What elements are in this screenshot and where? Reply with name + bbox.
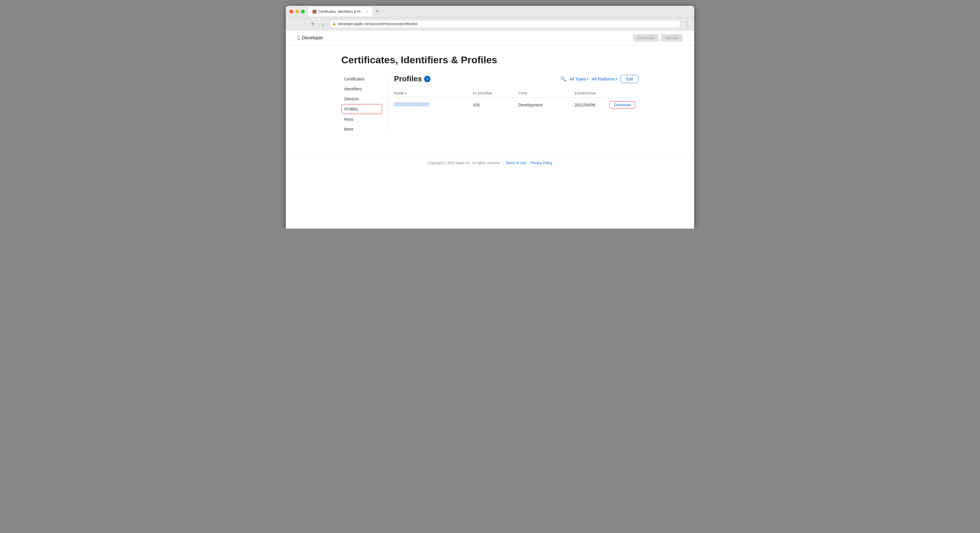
header-button-1[interactable] (633, 34, 659, 42)
table-header: NAME ▾ PLATFORM TYPE EXPIRATION (394, 89, 639, 98)
footer-links: Copyright © 2020 Apple Inc. All rights r… (298, 161, 682, 165)
col-header-platform: PLATFORM (473, 89, 518, 98)
filter-types-label: All Types (570, 77, 586, 81)
header-actions (633, 34, 682, 42)
browser-window: 🍎 Certificates, Identifiers & Profile… ×… (286, 6, 694, 229)
sidebar-item-profiles[interactable]: Profiles (341, 104, 382, 114)
filter-platforms-chevron: ▾ (616, 77, 617, 81)
filter-types-dropdown[interactable]: All Types ▾ (570, 77, 589, 81)
address-bar[interactable]: 🔒 developer.apple.com/account/resources/… (329, 20, 681, 28)
main-panel: Profiles + 🔍 All Types ▾ All Platforms (388, 74, 639, 134)
add-profile-button[interactable]: + (424, 76, 431, 82)
forward-button[interactable]: → (299, 20, 307, 28)
browser-toolbar: ← → ↻ ⌂ 🔒 developer.apple.com/account/re… (286, 18, 694, 30)
maximize-window-button[interactable] (301, 10, 305, 13)
content-layout: Certificates Identifiers Devices Profile… (341, 74, 639, 134)
profile-action-cell: Download (609, 98, 639, 112)
apple-logo-icon:  (298, 34, 299, 41)
page-content:  Developer Certificates, Identifiers & … (286, 30, 694, 229)
table-row: iOS Development 2021/04/08 Download (394, 98, 639, 112)
sort-arrow-icon[interactable]: ▾ (405, 92, 407, 95)
sidebar-item-identifiers[interactable]: Identifiers (341, 84, 382, 94)
copyright-text: Copyright © 2020 Apple Inc. All rights r… (428, 161, 501, 165)
developer-brand-text: Developer (302, 35, 323, 41)
privacy-policy-link[interactable]: Privacy Policy (531, 161, 552, 165)
col-header-expiration: EXPIRATION (574, 89, 609, 98)
profile-name-placeholder (394, 102, 429, 107)
sidebar-item-keys[interactable]: Keys (341, 115, 382, 124)
col-header-type: TYPE (518, 89, 575, 98)
col-header-name: NAME ▾ (394, 89, 473, 98)
browser-menu-button[interactable]: ⋮ (683, 19, 690, 28)
lock-icon: 🔒 (332, 22, 336, 25)
address-text: developer.apple.com/account/resources/pr… (338, 22, 678, 26)
sidebar-item-devices[interactable]: Devices (341, 94, 382, 103)
back-button[interactable]: ← (290, 20, 297, 28)
panel-header: Profiles + 🔍 All Types ▾ All Platforms (394, 74, 639, 83)
tab-favicon-icon: 🍎 (312, 10, 317, 14)
panel-controls: 🔍 All Types ▾ All Platforms ▾ Edit (560, 75, 639, 83)
panel-title: Profiles (394, 74, 422, 83)
close-window-button[interactable] (290, 10, 293, 13)
table-header-row: NAME ▾ PLATFORM TYPE EXPIRATION (394, 89, 639, 98)
table-body: iOS Development 2021/04/08 Download (394, 98, 639, 112)
tab-title: Certificates, Identifiers & Profile… (318, 10, 364, 14)
download-button[interactable]: Download (609, 101, 635, 108)
sidebar: Certificates Identifiers Devices Profile… (341, 74, 388, 134)
minimize-window-button[interactable] (295, 10, 299, 13)
profile-type-cell: Development (518, 98, 575, 112)
filter-platforms-label: All Platforms (592, 77, 615, 81)
main-wrapper: Certificates, Identifiers & Profiles Cer… (329, 46, 651, 143)
sidebar-item-certificates[interactable]: Certificates (341, 74, 382, 84)
traffic-lights (290, 10, 305, 13)
tab-bar: 🍎 Certificates, Identifiers & Profile… ×… (308, 7, 690, 16)
profile-platform-cell: iOS (473, 98, 518, 112)
filter-types-chevron: ▾ (587, 77, 588, 81)
footer-divider: | (503, 161, 504, 165)
refresh-button[interactable]: ↻ (309, 20, 317, 28)
filter-platforms-dropdown[interactable]: All Platforms ▾ (592, 77, 617, 81)
terms-of-use-link[interactable]: Terms of Use (506, 161, 526, 165)
new-tab-button[interactable]: + (374, 8, 381, 15)
header-button-2[interactable] (661, 34, 682, 42)
panel-title-group: Profiles + (394, 74, 431, 83)
profile-name-cell (394, 98, 473, 112)
search-icon[interactable]: 🔍 (560, 76, 566, 82)
home-button[interactable]: ⌂ (319, 20, 327, 28)
profiles-table: NAME ▾ PLATFORM TYPE EXPIRATION (394, 89, 639, 112)
profile-expiration-cell: 2021/04/08 (574, 98, 609, 112)
edit-button[interactable]: Edit (620, 75, 639, 83)
col-header-action (609, 89, 639, 98)
browser-titlebar: 🍎 Certificates, Identifiers & Profile… ×… (286, 6, 694, 18)
page-footer: Copyright © 2020 Apple Inc. All rights r… (286, 155, 694, 171)
page-title: Certificates, Identifiers & Profiles (341, 54, 639, 65)
tab-close-icon[interactable]: × (366, 10, 368, 14)
sidebar-item-more[interactable]: More (341, 124, 382, 134)
footer-divider-2: | (528, 161, 529, 165)
active-tab[interactable]: 🍎 Certificates, Identifiers & Profile… × (308, 7, 372, 16)
developer-header:  Developer (286, 30, 694, 46)
apple-developer-logo:  Developer (298, 34, 323, 41)
